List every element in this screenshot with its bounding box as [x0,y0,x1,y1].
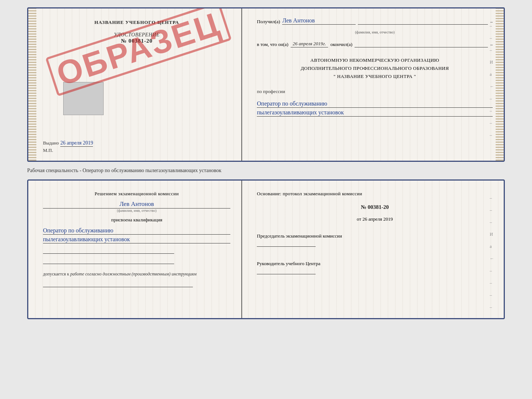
fio-sub-bottom: (фамилия, имя, отчество) [43,209,230,213]
ot-date-value: 26 апреля 2019 [362,216,393,222]
fio-sub-label: (фамилия, имя, отчество) [257,30,493,34]
mp-label: М.П. [43,147,53,153]
dopuskaetsya-block: допускается к работе согласно должностны… [43,271,230,277]
blank-line-2 [43,259,174,264]
udost-number: № 00381-20 [114,38,160,44]
qual-line2: пылегазоулавливающих установок [43,236,230,243]
prisvoyena-label: присвоена квалификация [43,217,230,223]
poluchil-label: Получил(а) [257,19,280,25]
blank-line-1 [43,249,174,254]
dopusk-value: работе согласно должностным (производств… [70,271,197,277]
document-container: НАЗВАНИЕ УЧЕБНОГО ЦЕНТРА ОБРАЗЕЦ УДОСТОВ… [27,7,505,319]
vtom-label: в том, что он(а) [257,42,288,47]
protocol-number: № 00381-20 [257,204,493,210]
cert-top-left-page: НАЗВАНИЕ УЧЕБНОГО ЦЕНТРА ОБРАЗЕЦ УДОСТОВ… [28,8,242,161]
po-professii-label: по профессии [257,89,493,95]
dopusk-label: допускается к [43,271,69,277]
rukovoditel-label: Руководитель учебного Центра [257,260,493,268]
completion-date: 26 апреля 2019г. [291,41,328,47]
dash-okochil [355,47,488,47]
cert-bottom-right-page: Основание: протокол экзаменационной коми… [242,181,504,318]
bottom-certificate-spread: Решением экзаменационной комиссии Лев Ан… [27,179,505,319]
right-binding-decoration [496,8,504,161]
org-line1: АВТОНОМНУЮ НЕКОММЕРЧЕСКУЮ ОРГАНИЗАЦИЮ [257,56,493,64]
right-edge-marks: – – – И а ← – – – – [490,23,494,138]
ot-label: от [357,216,361,222]
osnovanie-label: Основание: протокол экзаменационной коми… [257,191,493,197]
ot-date-row: от 26 апреля 2019 [257,216,493,222]
top-certificate-spread: НАЗВАНИЕ УЧЕБНОГО ЦЕНТРА ОБРАЗЕЦ УДОСТОВ… [27,7,505,162]
qual-line1: Оператор по обслуживанию [43,227,230,235]
org-block: АВТОНОМНУЮ НЕКОММЕРЧЕСКУЮ ОРГАНИЗАЦИЮ ДО… [257,56,493,81]
predsedatel-signature-line [257,242,316,247]
predsedatel-label: Председатель экзаменационной комиссии [257,232,493,240]
photo-placeholder [63,82,104,115]
resheniem-label: Решением экзаменационной комиссии [43,191,230,197]
poluchil-row: Получил(а) Лев Антонов – [257,17,493,25]
org-line2: ДОПОЛНИТЕЛЬНОГО ПРОФЕССИОНАЛЬНОГО ОБРАЗО… [257,64,493,72]
profession-block: Оператор по обслуживанию пылегазоулавлив… [257,99,493,117]
profession-line2: пылегазоулавливающих установок [257,109,493,117]
profession-line1: Оператор по обслуживанию [257,100,493,108]
cert-bottom-left-page: Решением экзаменационной комиссии Лев Ан… [28,181,242,318]
udostoverenie-label: УДОСТОВЕРЕНИЕ [114,32,160,38]
vydano-label: Выдано [43,140,59,147]
predsedatel-block: Председатель экзаменационной комиссии [257,232,493,250]
person-name-bottom: Лев Антонов [43,200,230,209]
org-name-quotes: " НАЗВАНИЕ УЧЕБНОГО ЦЕНТРА " [257,72,493,81]
vtom-row: в том, что он(а) 26 апреля 2019г. окончи… [257,41,493,47]
separator-text: Рабочая специальность - Оператор по обсл… [27,166,222,175]
okochil-label: окончил(а) [330,42,352,47]
blank-line-3 [43,282,193,287]
qual-block: Оператор по обслуживанию пылегазоулавлив… [43,227,230,243]
cert-top-right-page: Получил(а) Лев Антонов – (фамилия, имя, … [242,8,504,161]
rukovoditel-block: Руководитель учебного Центра [257,260,493,277]
bottom-right-edge-marks: – – – И а ← – – – – [490,195,494,310]
rukovoditel-signature-line [257,269,316,274]
recipient-name: Лев Антонов [282,17,356,25]
cert-school-title: НАЗВАНИЕ УЧЕБНОГО ЦЕНТРА [94,19,179,25]
vydano-date: 26 апреля 2019 [60,140,93,147]
udostoverenie-block: УДОСТОВЕРЕНИЕ № 00381-20 [114,32,160,44]
dash-after-name [358,24,488,25]
